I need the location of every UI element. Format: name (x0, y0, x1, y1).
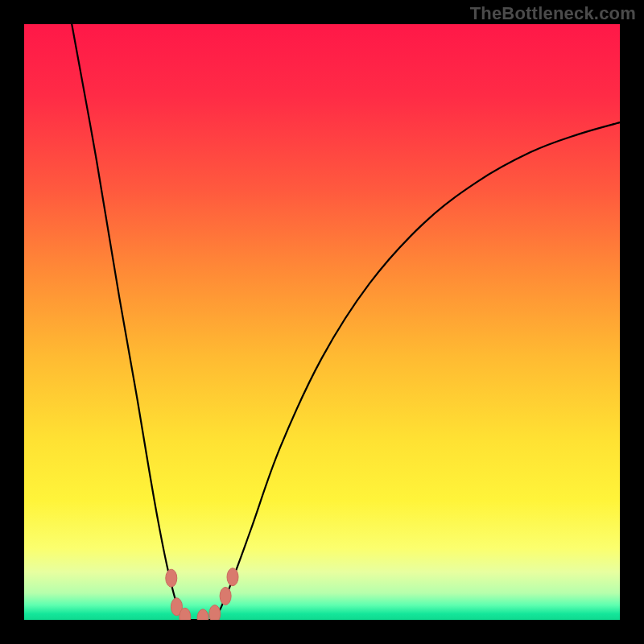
data-marker (197, 609, 208, 620)
chart-frame: TheBottleneck.com (0, 0, 644, 644)
plot-area (24, 24, 620, 620)
curve-layer (24, 24, 620, 620)
watermark-text: TheBottleneck.com (470, 3, 636, 24)
markers (166, 568, 238, 620)
bottleneck-curve (72, 24, 620, 620)
data-marker (220, 587, 231, 605)
data-marker (166, 569, 177, 587)
data-marker (227, 568, 238, 586)
data-marker (209, 605, 221, 620)
